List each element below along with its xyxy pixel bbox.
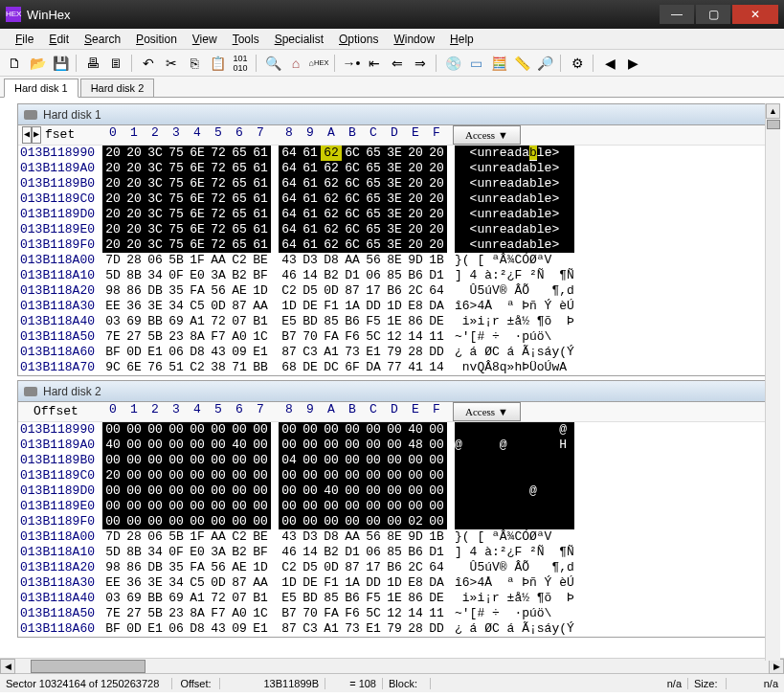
hex-byte[interactable]: DA	[426, 575, 447, 591]
hex-byte[interactable]: 00	[342, 422, 363, 438]
hex-byte[interactable]: 85	[384, 545, 405, 560]
hex-byte[interactable]: 61	[250, 191, 271, 207]
find-text-button[interactable]: 🔍	[262, 53, 283, 74]
hex-byte[interactable]: 1B	[426, 253, 447, 268]
hex-byte[interactable]: 72	[208, 314, 229, 329]
hex-byte[interactable]: 86	[123, 283, 145, 299]
hex-byte[interactable]: 00	[300, 468, 321, 483]
hex-byte[interactable]: 20	[123, 146, 145, 161]
hex-byte[interactable]: 00	[145, 483, 166, 499]
hex-byte[interactable]: 20	[426, 161, 447, 176]
hex-byte[interactable]: 35	[166, 560, 187, 575]
hex-byte[interactable]: DB	[145, 283, 166, 299]
hex-byte[interactable]: 5C	[363, 329, 384, 345]
goto-button[interactable]: →•	[341, 53, 362, 74]
hex-byte[interactable]: C2	[279, 283, 300, 299]
menu-options[interactable]: Options	[331, 31, 386, 48]
ascii-cell[interactable]: i»i¡r ±å½ ¶õ Þ	[447, 314, 581, 329]
hex-byte[interactable]: 00	[166, 468, 187, 483]
hex-byte[interactable]: 20	[426, 222, 447, 237]
hex-byte[interactable]: 20	[102, 176, 123, 191]
hex-byte[interactable]: A0	[229, 329, 250, 345]
hex-byte[interactable]: 64	[279, 222, 300, 237]
hex-byte[interactable]: 0D	[321, 283, 342, 299]
hex-byte[interactable]: 3E	[384, 191, 405, 207]
hex-byte[interactable]: 8A	[187, 329, 208, 345]
hex-byte[interactable]: DE	[426, 314, 447, 329]
ram-button[interactable]: ▭	[465, 53, 486, 74]
hex-byte[interactable]: 46	[279, 545, 300, 560]
hex-byte[interactable]: 00	[208, 453, 229, 468]
hex-byte[interactable]: 70	[300, 329, 321, 345]
hex-byte[interactable]: D8	[321, 253, 342, 268]
hex-byte[interactable]: E1	[363, 345, 384, 360]
menu-edit[interactable]: Edit	[41, 31, 77, 48]
hex-byte[interactable]: 65	[229, 161, 250, 176]
hex-byte[interactable]: 00	[250, 514, 271, 529]
hex-row[interactable]: 013B118990000000000000000000000000000040…	[18, 422, 779, 438]
hex-byte[interactable]: 28	[405, 621, 426, 637]
hex-byte[interactable]: 34	[166, 575, 187, 591]
hex-byte[interactable]: 61	[250, 146, 271, 161]
hex-byte[interactable]: FA	[321, 606, 342, 621]
hex-byte[interactable]: D5	[300, 283, 321, 299]
hex-byte[interactable]: 65	[229, 237, 250, 253]
hex-byte[interactable]: BF	[250, 545, 271, 560]
hex-byte[interactable]: 1D	[279, 299, 300, 314]
hex-byte[interactable]: 6E	[187, 207, 208, 222]
hex-byte[interactable]: 5C	[363, 606, 384, 621]
hex-byte[interactable]: 00	[229, 453, 250, 468]
hex-byte[interactable]: E1	[145, 621, 166, 637]
hex-byte[interactable]: 5B	[166, 253, 187, 268]
hex-byte[interactable]: 00	[102, 499, 123, 514]
hex-row[interactable]: 013B118A209886DB35FA56AE1DC2D50D8717B62C…	[18, 283, 779, 299]
hex-byte[interactable]: 6E	[187, 191, 208, 207]
hex-byte[interactable]: 68	[279, 360, 300, 375]
save-button[interactable]: 💾	[50, 53, 71, 74]
offset-prev-button[interactable]: ◀	[22, 126, 32, 144]
hex-byte[interactable]: 06	[166, 345, 187, 360]
hex-byte[interactable]: 20	[405, 161, 426, 176]
hex-byte[interactable]: 20	[426, 207, 447, 222]
scroll-thumb-v[interactable]	[767, 120, 780, 129]
hex-byte[interactable]: 87	[342, 283, 363, 299]
hex-byte[interactable]: 20	[102, 146, 123, 161]
hex-byte[interactable]: 36	[123, 299, 145, 314]
tab-hard-disk-2[interactable]: Hard disk 2	[80, 79, 155, 97]
hex-byte[interactable]: 6E	[187, 222, 208, 237]
hex-byte[interactable]: 62	[321, 207, 342, 222]
hex-byte[interactable]: 1E	[384, 591, 405, 606]
hex-byte[interactable]: 8A	[187, 606, 208, 621]
hex-byte[interactable]: 00	[102, 453, 123, 468]
hex-byte[interactable]: 75	[166, 161, 187, 176]
hex-byte[interactable]: 3C	[145, 222, 166, 237]
ascii-cell[interactable]: ~'[# ÷ ·púö\	[447, 329, 581, 345]
hex-byte[interactable]: 00	[426, 438, 447, 453]
hex-byte[interactable]: 56	[363, 529, 384, 545]
hex-byte[interactable]: 00	[300, 422, 321, 438]
ascii-cell[interactable]: <unreadable>	[447, 161, 581, 176]
properties-button[interactable]: 🗏	[105, 53, 126, 74]
hex-byte[interactable]: 6F	[342, 360, 363, 375]
hex-byte[interactable]: 17	[363, 560, 384, 575]
hex-byte[interactable]: 3E	[384, 161, 405, 176]
hex-byte[interactable]: 00	[342, 468, 363, 483]
hex-byte[interactable]: 20	[102, 161, 123, 176]
hex-byte[interactable]: 61	[300, 207, 321, 222]
hex-byte[interactable]: E5	[279, 591, 300, 606]
hex-byte[interactable]: 6E	[187, 146, 208, 161]
ascii-cell[interactable]: @ @ H	[447, 438, 581, 453]
hex-byte[interactable]: 85	[321, 591, 342, 606]
hex-byte[interactable]: 00	[279, 468, 300, 483]
ascii-cell[interactable]: Û5úV® ÂÕ ¶,d	[447, 283, 581, 299]
access-button[interactable]: Access ▼	[453, 402, 521, 421]
hex-byte[interactable]: 00	[426, 499, 447, 514]
hex-byte[interactable]: 72	[208, 222, 229, 237]
hex-row[interactable]: 013B118A30EE363E34C50D87AA1DDEF11ADD1DE8…	[18, 575, 779, 591]
hex-byte[interactable]: 00	[384, 468, 405, 483]
tab-hard-disk-1[interactable]: Hard disk 1	[4, 79, 78, 98]
hex-byte[interactable]: 65	[363, 146, 384, 161]
ascii-cell[interactable]: nvQÂ8q»hÞÜoÚwA	[447, 360, 581, 375]
hex-row[interactable]: 013B1189D020203C756E7265616461626C653E20…	[18, 207, 779, 222]
hex-byte[interactable]: 64	[279, 176, 300, 191]
